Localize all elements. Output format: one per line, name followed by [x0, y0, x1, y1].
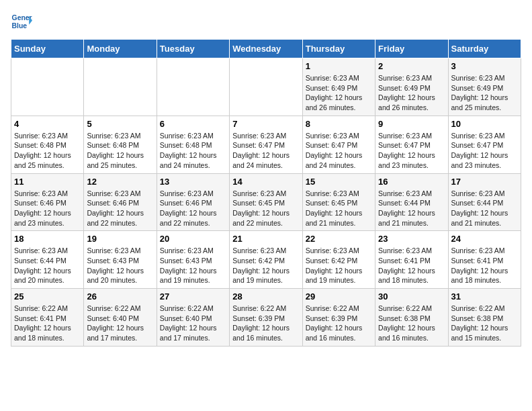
calendar-cell: [230, 58, 302, 116]
calendar-cell: [157, 58, 229, 116]
day-info: Sunrise: 6:23 AMSunset: 6:44 PMDaylight:…: [378, 189, 445, 228]
day-info: Sunrise: 6:23 AMSunset: 6:43 PMDaylight:…: [87, 246, 153, 285]
logo: General Blue: [11, 11, 35, 32]
calendar-cell: 20Sunrise: 6:23 AMSunset: 6:43 PMDayligh…: [157, 231, 229, 289]
calendar-cell: 13Sunrise: 6:23 AMSunset: 6:46 PMDayligh…: [157, 173, 229, 231]
calendar-cell: 8Sunrise: 6:23 AMSunset: 6:47 PMDaylight…: [302, 116, 375, 173]
weekday-header-wednesday: Wednesday: [230, 40, 302, 58]
day-info: Sunrise: 6:23 AMSunset: 6:46 PMDaylight:…: [160, 189, 226, 228]
day-info: Sunrise: 6:23 AMSunset: 6:47 PMDaylight:…: [451, 131, 518, 171]
page-header: General Blue: [11, 11, 521, 32]
day-number: 5: [87, 119, 153, 129]
calendar-cell: 1Sunrise: 6:23 AMSunset: 6:49 PMDaylight…: [302, 58, 375, 116]
day-number: 13: [160, 177, 226, 187]
logo-icon: General Blue: [11, 11, 32, 32]
day-info: Sunrise: 6:23 AMSunset: 6:44 PMDaylight:…: [451, 189, 518, 228]
day-number: 28: [232, 291, 299, 302]
day-info: Sunrise: 6:23 AMSunset: 6:49 PMDaylight:…: [306, 73, 372, 113]
day-info: Sunrise: 6:23 AMSunset: 6:48 PMDaylight:…: [87, 131, 153, 171]
day-number: 24: [451, 234, 518, 244]
day-info: Sunrise: 6:23 AMSunset: 6:45 PMDaylight:…: [232, 189, 299, 228]
calendar-cell: 3Sunrise: 6:23 AMSunset: 6:49 PMDaylight…: [448, 58, 521, 116]
weekday-header-sunday: Sunday: [11, 40, 84, 58]
day-number: 1: [306, 61, 372, 71]
calendar-table: SundayMondayTuesdayWednesdayThursdayFrid…: [11, 39, 521, 347]
day-info: Sunrise: 6:23 AMSunset: 6:43 PMDaylight:…: [160, 246, 226, 285]
day-number: 26: [87, 291, 153, 302]
day-number: 16: [378, 177, 445, 187]
day-number: 23: [378, 234, 445, 244]
calendar-cell: 18Sunrise: 6:23 AMSunset: 6:44 PMDayligh…: [11, 231, 84, 289]
day-info: Sunrise: 6:23 AMSunset: 6:41 PMDaylight:…: [451, 246, 518, 285]
calendar-cell: 31Sunrise: 6:22 AMSunset: 6:38 PMDayligh…: [448, 289, 521, 347]
calendar-cell: 10Sunrise: 6:23 AMSunset: 6:47 PMDayligh…: [448, 116, 521, 173]
calendar-cell: 2Sunrise: 6:23 AMSunset: 6:49 PMDaylight…: [375, 58, 448, 116]
day-number: 3: [451, 61, 518, 71]
day-number: 6: [160, 119, 226, 129]
day-info: Sunrise: 6:23 AMSunset: 6:45 PMDaylight:…: [306, 189, 372, 228]
weekday-header-friday: Friday: [375, 40, 448, 58]
day-info: Sunrise: 6:23 AMSunset: 6:44 PMDaylight:…: [14, 246, 81, 285]
calendar-cell: 30Sunrise: 6:22 AMSunset: 6:38 PMDayligh…: [375, 289, 448, 347]
calendar-cell: 7Sunrise: 6:23 AMSunset: 6:47 PMDaylight…: [230, 116, 302, 173]
day-number: 29: [306, 291, 372, 302]
calendar-cell: 6Sunrise: 6:23 AMSunset: 6:48 PMDaylight…: [157, 116, 229, 173]
day-number: 11: [14, 177, 81, 187]
day-info: Sunrise: 6:23 AMSunset: 6:46 PMDaylight:…: [87, 189, 153, 228]
calendar-cell: 29Sunrise: 6:22 AMSunset: 6:39 PMDayligh…: [302, 289, 375, 347]
day-info: Sunrise: 6:22 AMSunset: 6:39 PMDaylight:…: [306, 304, 372, 343]
day-number: 21: [232, 234, 299, 244]
day-number: 8: [306, 119, 372, 129]
calendar-cell: 25Sunrise: 6:22 AMSunset: 6:41 PMDayligh…: [11, 289, 84, 347]
day-number: 10: [451, 119, 518, 129]
calendar-cell: 26Sunrise: 6:22 AMSunset: 6:40 PMDayligh…: [84, 289, 157, 347]
day-info: Sunrise: 6:22 AMSunset: 6:41 PMDaylight:…: [14, 304, 81, 343]
day-number: 2: [378, 61, 445, 71]
day-number: 18: [14, 234, 81, 244]
day-number: 19: [87, 234, 153, 244]
day-info: Sunrise: 6:22 AMSunset: 6:38 PMDaylight:…: [451, 304, 518, 343]
day-info: Sunrise: 6:23 AMSunset: 6:49 PMDaylight:…: [378, 73, 445, 113]
weekday-header-thursday: Thursday: [302, 40, 375, 58]
day-info: Sunrise: 6:23 AMSunset: 6:41 PMDaylight:…: [378, 246, 445, 285]
day-info: Sunrise: 6:22 AMSunset: 6:38 PMDaylight:…: [378, 304, 445, 343]
calendar-cell: 14Sunrise: 6:23 AMSunset: 6:45 PMDayligh…: [230, 173, 302, 231]
calendar-cell: 19Sunrise: 6:23 AMSunset: 6:43 PMDayligh…: [84, 231, 157, 289]
day-info: Sunrise: 6:23 AMSunset: 6:48 PMDaylight:…: [14, 131, 81, 171]
day-info: Sunrise: 6:23 AMSunset: 6:42 PMDaylight:…: [306, 246, 372, 285]
day-info: Sunrise: 6:23 AMSunset: 6:48 PMDaylight:…: [160, 131, 226, 171]
day-number: 20: [160, 234, 226, 244]
calendar-cell: 27Sunrise: 6:22 AMSunset: 6:40 PMDayligh…: [157, 289, 229, 347]
weekday-header-tuesday: Tuesday: [157, 40, 229, 58]
day-info: Sunrise: 6:23 AMSunset: 6:46 PMDaylight:…: [14, 189, 81, 228]
day-number: 30: [378, 291, 445, 302]
day-info: Sunrise: 6:23 AMSunset: 6:42 PMDaylight:…: [232, 246, 299, 285]
calendar-cell: 4Sunrise: 6:23 AMSunset: 6:48 PMDaylight…: [11, 116, 84, 173]
calendar-cell: 15Sunrise: 6:23 AMSunset: 6:45 PMDayligh…: [302, 173, 375, 231]
day-info: Sunrise: 6:23 AMSunset: 6:49 PMDaylight:…: [451, 73, 518, 113]
day-number: 15: [306, 177, 372, 187]
calendar-cell: [84, 58, 157, 116]
day-number: 22: [306, 234, 372, 244]
calendar-cell: 17Sunrise: 6:23 AMSunset: 6:44 PMDayligh…: [448, 173, 521, 231]
weekday-header-saturday: Saturday: [448, 40, 521, 58]
calendar-cell: 24Sunrise: 6:23 AMSunset: 6:41 PMDayligh…: [448, 231, 521, 289]
calendar-cell: [11, 58, 84, 116]
day-info: Sunrise: 6:23 AMSunset: 6:47 PMDaylight:…: [306, 131, 372, 171]
weekday-header-monday: Monday: [84, 40, 157, 58]
day-number: 7: [232, 119, 299, 129]
day-info: Sunrise: 6:22 AMSunset: 6:40 PMDaylight:…: [160, 304, 226, 343]
calendar-cell: 21Sunrise: 6:23 AMSunset: 6:42 PMDayligh…: [230, 231, 302, 289]
day-info: Sunrise: 6:22 AMSunset: 6:39 PMDaylight:…: [232, 304, 299, 343]
calendar-cell: 11Sunrise: 6:23 AMSunset: 6:46 PMDayligh…: [11, 173, 84, 231]
day-number: 25: [14, 291, 81, 302]
day-number: 31: [451, 291, 518, 302]
day-number: 14: [232, 177, 299, 187]
day-number: 4: [14, 119, 81, 129]
calendar-cell: 22Sunrise: 6:23 AMSunset: 6:42 PMDayligh…: [302, 231, 375, 289]
day-number: 12: [87, 177, 153, 187]
calendar-cell: 12Sunrise: 6:23 AMSunset: 6:46 PMDayligh…: [84, 173, 157, 231]
day-number: 17: [451, 177, 518, 187]
calendar-cell: 9Sunrise: 6:23 AMSunset: 6:47 PMDaylight…: [375, 116, 448, 173]
calendar-cell: 23Sunrise: 6:23 AMSunset: 6:41 PMDayligh…: [375, 231, 448, 289]
